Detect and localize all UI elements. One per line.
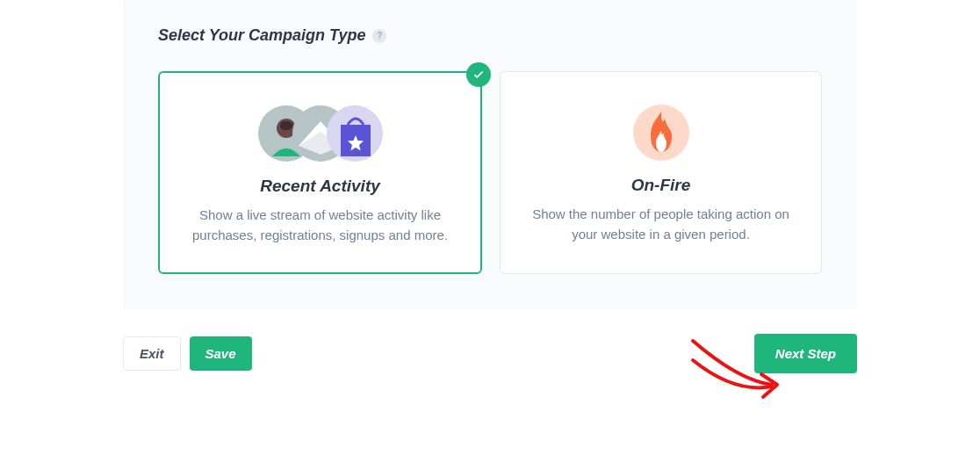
panel-heading: Select Your Campaign Type ? <box>123 26 857 45</box>
card-description: Show a live stream of website activity l… <box>181 205 459 246</box>
selected-check-icon <box>466 62 491 87</box>
next-step-button[interactable]: Next Step <box>754 334 857 373</box>
on-fire-illustration <box>522 102 800 163</box>
campaign-card-recent-activity[interactable]: Recent Activity Show a live stream of we… <box>158 71 482 274</box>
campaign-type-panel: Select Your Campaign Type ? <box>123 0 857 309</box>
campaign-card-on-fire[interactable]: On-Fire Show the number of people taking… <box>500 71 822 274</box>
card-title: Recent Activity <box>181 177 459 196</box>
help-icon[interactable]: ? <box>372 29 386 43</box>
heading-text: Select Your Campaign Type <box>158 26 365 45</box>
recent-activity-illustration <box>181 103 459 164</box>
save-button[interactable]: Save <box>190 336 252 371</box>
svg-rect-2 <box>280 121 292 130</box>
card-title: On-Fire <box>522 176 800 195</box>
card-description: Show the number of people taking action … <box>522 204 800 245</box>
cards-container: Recent Activity Show a live stream of we… <box>123 71 857 274</box>
footer-actions: Exit Save Next Step <box>0 309 980 373</box>
footer-left: Exit Save <box>123 336 252 371</box>
exit-button[interactable]: Exit <box>123 336 181 371</box>
